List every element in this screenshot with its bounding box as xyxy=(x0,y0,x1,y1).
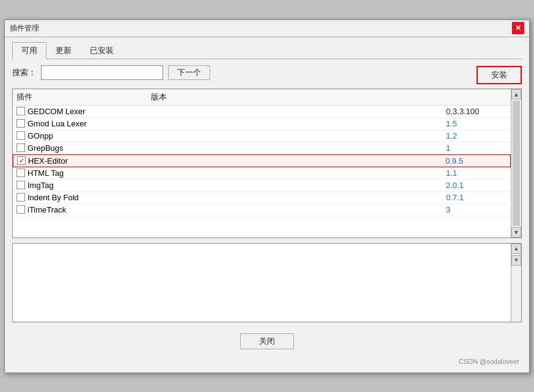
table-row[interactable]: HTML Tag1.1 xyxy=(13,167,511,180)
next-button[interactable]: 下一个 xyxy=(168,65,210,80)
list-header: 插件 版本 xyxy=(13,89,511,106)
plugin-checkbox[interactable] xyxy=(16,193,25,201)
plugin-name: GOnpp xyxy=(27,131,446,140)
table-row[interactable]: GEDCOM Lexer0.3.3.100 xyxy=(13,106,511,118)
plugin-manager-window: 插件管理 ✕ 可用 更新 已安装 搜索： 下一个 安装 插件 版本 GEDC xyxy=(4,20,530,373)
tab-available[interactable]: 可用 xyxy=(12,42,46,59)
watermark: CSDN @sodaloveer xyxy=(12,358,522,365)
table-row[interactable]: GOnpp1.2 xyxy=(13,130,511,142)
plugin-version: 2.0.1 xyxy=(446,181,507,190)
plugin-name: iTimeTrack xyxy=(27,205,446,214)
plugin-checkbox[interactable] xyxy=(16,107,25,115)
desc-scrollbar[interactable]: ▲ ▼ xyxy=(511,244,521,322)
plugin-checkbox[interactable] xyxy=(16,169,25,177)
title-bar: 插件管理 ✕ xyxy=(5,20,529,37)
scroll-up-btn[interactable]: ▲ xyxy=(511,89,521,100)
table-row[interactable]: Indent By Fold0.7.1 xyxy=(13,192,511,204)
table-row[interactable]: HEX-Editor0.9.5 xyxy=(13,154,511,167)
table-row[interactable]: GrepBugs1 xyxy=(13,142,511,154)
tab-installed[interactable]: 已安装 xyxy=(81,42,123,59)
description-area: ▲ ▼ xyxy=(12,243,522,322)
scroll-down-btn[interactable]: ▼ xyxy=(511,227,521,238)
top-actions-row: 搜索： 下一个 安装 xyxy=(12,65,522,85)
plugin-checkbox[interactable] xyxy=(16,205,25,214)
plugin-name: HEX-Editor xyxy=(28,156,445,165)
search-row: 搜索： 下一个 xyxy=(12,65,210,80)
close-button[interactable]: 关闭 xyxy=(240,333,294,349)
description-content xyxy=(13,244,511,322)
plugin-name: GEDCOM Lexer xyxy=(27,107,446,116)
table-row[interactable]: Gmod Lua Lexer1.5 xyxy=(13,118,511,130)
header-version: 版本 xyxy=(151,92,212,103)
plugin-checkbox[interactable] xyxy=(17,156,26,165)
plugin-version: 3 xyxy=(446,205,507,214)
plugin-name: Indent By Fold xyxy=(27,193,446,202)
plugin-checkbox[interactable] xyxy=(16,143,25,152)
window-title: 插件管理 xyxy=(10,23,39,34)
plugin-checkbox[interactable] xyxy=(16,131,25,140)
scroll-thumb xyxy=(513,101,520,226)
footer: 关闭 xyxy=(12,333,522,355)
close-window-button[interactable]: ✕ xyxy=(512,22,524,34)
header-plugin: 插件 xyxy=(16,92,151,103)
plugin-checkbox[interactable] xyxy=(16,119,25,128)
search-input[interactable] xyxy=(41,65,163,80)
tabs-bar: 可用 更新 已安装 xyxy=(12,42,522,59)
plugin-name: GrepBugs xyxy=(27,143,446,153)
list-scrollbar[interactable]: ▲ ▼ xyxy=(511,89,521,238)
plugin-version: 0.7.1 xyxy=(446,193,507,202)
plugin-version: 1.1 xyxy=(446,169,507,178)
plugin-name: HTML Tag xyxy=(27,169,446,178)
plugin-version: 1.2 xyxy=(446,131,507,140)
plugin-list-container: 插件 版本 GEDCOM Lexer0.3.3.100Gmod Lua Lexe… xyxy=(12,89,522,238)
plugin-checkbox[interactable] xyxy=(16,181,25,189)
table-row[interactable]: ImgTag2.0.1 xyxy=(13,180,511,192)
plugin-version: 1.5 xyxy=(446,119,507,128)
plugin-version: 0.9.5 xyxy=(445,156,507,165)
plugin-name: ImgTag xyxy=(27,181,446,190)
window-body: 可用 更新 已安装 搜索： 下一个 安装 插件 版本 GEDCOM Lexer0… xyxy=(5,37,529,372)
install-button[interactable]: 安装 xyxy=(477,66,522,84)
desc-scroll-up[interactable]: ▲ xyxy=(511,244,521,254)
plugin-version: 0.3.3.100 xyxy=(446,107,507,116)
table-row[interactable]: iTimeTrack3 xyxy=(13,204,511,216)
plugin-name: Gmod Lua Lexer xyxy=(27,119,446,128)
search-label: 搜索： xyxy=(12,67,36,78)
tab-update[interactable]: 更新 xyxy=(46,42,81,59)
plugin-rows: GEDCOM Lexer0.3.3.100Gmod Lua Lexer1.5GO… xyxy=(13,106,511,216)
plugin-version: 1 xyxy=(446,143,507,153)
plugin-list-scroll-area[interactable]: 插件 版本 GEDCOM Lexer0.3.3.100Gmod Lua Lexe… xyxy=(13,89,511,238)
desc-scroll-down[interactable]: ▼ xyxy=(511,255,521,266)
